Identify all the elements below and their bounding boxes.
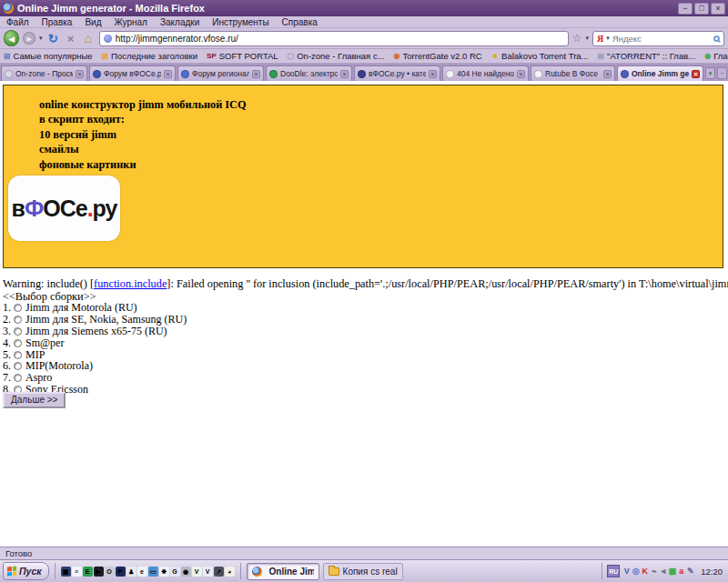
tab-bar: On-zone - Просмотр форума... × Форум вФО… <box>0 64 728 81</box>
antivirus-v-icon[interactable]: V <box>622 565 631 577</box>
bookmark-favicon: ☻ <box>491 52 499 61</box>
bookmark-item[interactable]: ▨ Последние заголовки <box>102 51 197 61</box>
tab-close-icon[interactable]: × <box>603 70 612 78</box>
tab[interactable]: On-zone - Просмотр форума... × <box>1 65 87 81</box>
tab-close-icon[interactable]: × <box>692 70 700 78</box>
stop-button[interactable]: × <box>64 32 77 45</box>
photoshop-icon[interactable]: P <box>116 567 126 577</box>
tab[interactable]: 404 Не найдено × <box>442 65 529 81</box>
bookmark-item[interactable]: ▢ On-zone - Главная с... <box>288 51 385 61</box>
build-options-list: 1. Jimm для Motorola (RU) 2. Jimm для SE… <box>3 302 187 396</box>
task-button-folder[interactable]: Копия cs realize <box>323 563 403 580</box>
task-button-firefox[interactable]: Online Jimm ge... <box>247 563 319 580</box>
status-text: Готово <box>5 548 32 558</box>
tab-close-icon[interactable]: × <box>164 70 172 78</box>
image-viewer-icon[interactable]: ◉ <box>181 567 191 577</box>
bookmark-item[interactable]: SP SOFT PORTAL <box>207 51 278 61</box>
tab-favicon <box>93 70 101 78</box>
radio-button[interactable] <box>14 304 22 312</box>
home-button[interactable]: ⌂ <box>81 31 95 45</box>
new-document-icon[interactable]: ≡ <box>72 567 82 577</box>
internet-explorer-icon[interactable]: e <box>137 567 147 577</box>
radio-button[interactable] <box>14 316 22 324</box>
bookmark-item[interactable]: ◉ TorrentGate v2.0 RC <box>394 51 482 61</box>
tab[interactable]: Online Jimm generator × <box>617 65 703 81</box>
menu-item[interactable]: Инструменты <box>212 17 268 27</box>
bookmark-star-icon[interactable]: ☆ <box>572 32 582 45</box>
google-app-icon[interactable]: G <box>170 567 180 577</box>
search-bar[interactable]: Я ▾ <box>592 31 724 46</box>
bookmark-item[interactable]: ◉ Главная :: >>>SPIR... <box>704 51 728 61</box>
restore-button[interactable]: □ <box>694 3 709 15</box>
radio-button[interactable] <box>14 374 22 382</box>
windows-flag-icon <box>7 567 16 577</box>
green-app-icon[interactable]: E <box>83 567 93 577</box>
blue-shield-icon[interactable]: V <box>203 567 213 577</box>
back-button[interactable]: ◀ <box>4 30 19 46</box>
search-input[interactable] <box>612 34 711 44</box>
folder-icon <box>329 567 339 576</box>
logo-text-part: в <box>12 196 25 222</box>
title-bar: Online Jimm generator - Mozilla Firefox … <box>0 0 728 16</box>
menu-item[interactable]: Справка <box>282 17 318 27</box>
language-indicator[interactable]: RU <box>607 565 620 577</box>
tab-overflow-icon[interactable]: − <box>717 67 727 79</box>
tab-close-icon[interactable]: × <box>76 70 84 78</box>
reload-button[interactable]: ↻ <box>46 32 60 45</box>
opera-browser-icon[interactable]: O <box>105 567 115 577</box>
menu-item[interactable]: Закладки <box>160 17 199 27</box>
minimize-button[interactable]: − <box>678 3 693 15</box>
menu-item[interactable]: Вид <box>85 17 101 27</box>
menu-item[interactable]: Файл <box>6 17 29 27</box>
radio-button[interactable] <box>14 351 22 359</box>
bookmark-item[interactable]: ☻ Balakovo Torrent Tra... <box>491 51 589 61</box>
tab[interactable]: Rutube В Фосе × <box>531 65 615 81</box>
yandex-engine-icon[interactable]: Я <box>597 34 603 44</box>
media-player-icon[interactable]: ▶ <box>94 567 104 577</box>
tab-close-icon[interactable]: × <box>517 70 525 78</box>
launcher-arrow-icon[interactable]: ↗ <box>214 567 224 577</box>
search-icon[interactable] <box>713 35 720 42</box>
address-bar[interactable] <box>99 31 569 46</box>
punto-switcher-icon[interactable]: а <box>677 565 685 577</box>
tab-close-icon[interactable]: × <box>340 70 349 78</box>
mouse-utility-icon[interactable]: ⌁ <box>650 565 658 577</box>
next-button[interactable]: Дальше >> <box>3 392 66 408</box>
volume-icon[interactable]: ◄ <box>659 565 667 577</box>
banner-line: статусы и т.д <box>39 186 723 201</box>
tab[interactable]: DooDle: электронная почта × <box>266 65 352 81</box>
show-desktop-icon[interactable]: ▦ <box>61 567 71 577</box>
bookmark-dropdown-icon[interactable]: ▾ <box>586 35 590 42</box>
history-dropdown-icon[interactable]: ▾ <box>39 35 43 42</box>
start-button[interactable]: Пуск <box>3 562 49 580</box>
firefox-quicklaunch-icon[interactable]: ◕ <box>225 567 235 577</box>
radio-button[interactable] <box>14 362 22 370</box>
bookmark-item[interactable]: ▣ "ATORRENT" :: Глав... <box>598 51 696 61</box>
person-icon[interactable]: ♟ <box>126 567 136 577</box>
icq-status-icon[interactable]: ◎ <box>632 565 640 577</box>
tab-close-icon[interactable]: × <box>252 70 260 78</box>
tab[interactable]: вФОСе.ру • категория тема... × <box>354 65 440 81</box>
list-all-tabs-icon[interactable]: ▾ <box>705 67 715 79</box>
pen-tablet-icon[interactable]: ✎ <box>686 565 694 577</box>
icq-flower-icon[interactable]: ❋ <box>159 567 169 577</box>
bookmark-label: Balakovo Torrent Tra... <box>501 51 588 61</box>
kaspersky-icon[interactable]: K <box>641 565 649 577</box>
menu-item[interactable]: Журнал <box>114 17 147 27</box>
search-engine-dropdown-icon[interactable]: ▾ <box>606 35 610 42</box>
radio-button[interactable] <box>14 327 22 336</box>
remote-desktop-icon[interactable]: ▭ <box>148 567 158 577</box>
bookmark-item[interactable]: ▤ Самые популярные <box>4 51 93 61</box>
green-v-icon[interactable]: V <box>192 567 202 577</box>
tab[interactable]: Форум региональной сети (... × <box>177 65 264 81</box>
tab-close-icon[interactable]: × <box>429 70 437 78</box>
url-input[interactable] <box>116 34 564 44</box>
tab[interactable]: Форум вФОСе.ру • Просмот... × <box>89 65 176 81</box>
forward-button[interactable]: ▶ <box>23 32 35 45</box>
function-include-link[interactable]: function.include <box>94 277 167 290</box>
menu-item[interactable]: Правка <box>42 17 73 27</box>
radio-button[interactable] <box>14 339 22 347</box>
nvidia-settings-icon[interactable]: ▩ <box>668 565 676 577</box>
close-button[interactable]: × <box>711 3 725 15</box>
status-bar: Готово <box>0 547 728 559</box>
